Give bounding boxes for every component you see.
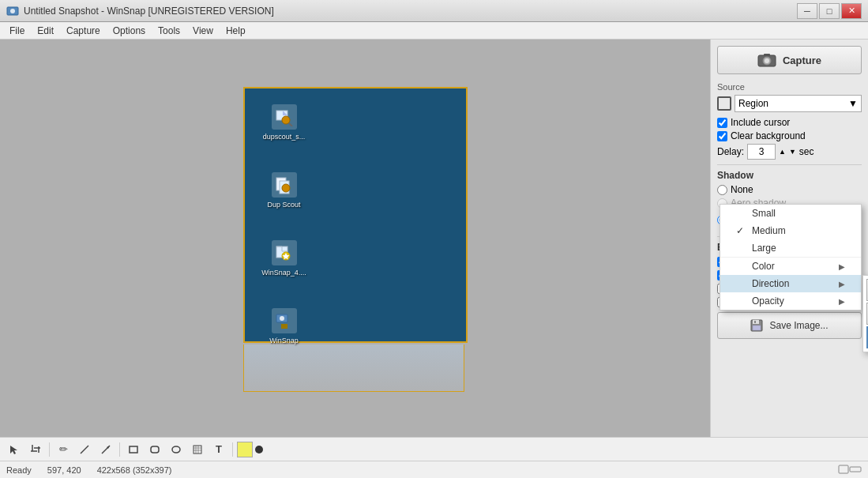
svg-rect-38 — [839, 465, 848, 473]
svg-rect-20 — [753, 326, 761, 330]
canvas-area: dupscout_s... Dup Scout — [0, 40, 710, 437]
menu-options[interactable]: Options — [107, 24, 152, 38]
reflection-preview — [243, 344, 464, 392]
svg-point-16 — [765, 58, 769, 63]
capture-button[interactable]: Capture — [717, 46, 862, 74]
icon-box-dupscout — [272, 104, 297, 130]
clear-background-label: Clear background — [731, 130, 806, 141]
icon-box-winsnap4 — [272, 240, 297, 265]
status-bar: Ready 597, 420 422x568 (352x397) — [0, 461, 868, 478]
include-cursor-checkbox[interactable] — [717, 118, 727, 128]
tool-rounded-rect[interactable] — [145, 441, 164, 458]
tool-rectangle[interactable] — [124, 441, 143, 458]
icon-box-dupscout2 — [272, 172, 297, 198]
toolbar-sep-3 — [232, 442, 233, 457]
svg-point-3 — [282, 116, 290, 124]
toolbar-sep-2 — [119, 442, 120, 457]
menu-item-medium[interactable]: ✓ Medium — [720, 222, 861, 239]
menu-small-label: Small — [752, 208, 776, 219]
delay-label: Delay: — [717, 146, 744, 157]
menu-direction-label: Direction — [752, 278, 789, 289]
icon-label-winsnap: WinSnap — [269, 337, 299, 344]
include-cursor-label: Include cursor — [731, 117, 790, 128]
title-bar: Untitled Snapshot - WinSnap [UNREGISTERE… — [0, 0, 868, 22]
close-button[interactable]: ✕ — [841, 3, 862, 19]
menu-opacity-label: Opacity — [752, 295, 784, 307]
spin-down[interactable]: ▼ — [789, 149, 796, 156]
window-controls: ─ □ ✕ — [797, 3, 862, 19]
menu-item-opacity[interactable]: Opacity ▶ — [720, 292, 861, 310]
tool-text[interactable]: T — [209, 441, 228, 458]
menu-tools[interactable]: Tools — [152, 24, 186, 38]
svg-rect-17 — [764, 54, 770, 56]
capture-label: Capture — [783, 55, 821, 66]
maximize-button[interactable]: □ — [819, 3, 840, 19]
icon-dupscout2: Dup Scout — [261, 172, 308, 209]
minimize-button[interactable]: ─ — [797, 3, 817, 19]
icon-winsnap: WinSnap — [261, 308, 308, 344]
shadow-none-radio[interactable] — [717, 185, 727, 195]
dot-button[interactable] — [255, 446, 263, 454]
menu-color-label: Color — [752, 261, 775, 272]
delay-input[interactable] — [747, 144, 776, 160]
menu-capture[interactable]: Capture — [60, 24, 107, 38]
tool-crop[interactable] — [26, 441, 45, 458]
dimensions-text: 422x568 (352x397) — [97, 465, 172, 475]
include-cursor-row: Include cursor — [717, 117, 862, 128]
icon-label-dupscout: dupscout_s... — [263, 133, 306, 141]
status-icons — [838, 464, 862, 476]
svg-rect-31 — [151, 446, 159, 453]
menu-medium-label: Medium — [752, 225, 786, 236]
source-select[interactable]: Region ▼ — [735, 95, 862, 112]
clear-background-checkbox[interactable] — [717, 131, 727, 141]
color-swatch[interactable] — [237, 442, 253, 457]
svg-point-12 — [280, 316, 284, 321]
source-label: Source — [717, 82, 862, 92]
arrow-direction: ▶ — [839, 280, 845, 288]
arrow-opacity: ▶ — [839, 297, 845, 306]
save-label: Save Image... — [769, 320, 828, 331]
tool-ellipse[interactable] — [167, 441, 186, 458]
icon-box-winsnap — [272, 308, 297, 333]
menu-help[interactable]: Help — [220, 24, 252, 38]
tool-pencil[interactable]: ✏ — [54, 441, 73, 458]
menu-item-direction[interactable]: Direction ▶ — [720, 275, 861, 292]
coords-text: 597, 420 — [47, 465, 81, 475]
spin-up[interactable]: ▲ — [779, 149, 786, 156]
menu-size-section: Small ✓ Medium Large — [720, 205, 861, 258]
right-panel-inner: Capture Source Region ▼ Include cursor C… — [717, 46, 862, 339]
direction-submenu — [862, 275, 868, 352]
right-panel: Capture Source Region ▼ Include cursor C… — [710, 40, 868, 437]
menu-bar: File Edit Capture Options Tools View Hel… — [0, 22, 868, 40]
menu-item-large[interactable]: Large — [720, 239, 861, 257]
check-medium: ✓ — [736, 225, 747, 236]
arrow-color: ▶ — [839, 262, 845, 271]
menu-edit[interactable]: Edit — [31, 24, 60, 38]
save-button[interactable]: Save Image... — [717, 312, 862, 339]
svg-rect-13 — [281, 324, 287, 329]
source-row: Region ▼ — [717, 95, 862, 112]
screenshot-preview: dupscout_s... Dup Scout — [245, 88, 466, 341]
app-icon — [6, 5, 19, 17]
menu-file[interactable]: File — [3, 24, 31, 38]
menu-item-small[interactable]: Small — [720, 205, 861, 222]
menu-view[interactable]: View — [186, 24, 220, 38]
menu-large-label: Large — [752, 243, 776, 254]
menu-item-color[interactable]: Color ▶ — [720, 258, 861, 275]
main-container: dupscout_s... Dup Scout — [0, 40, 868, 437]
icon-winsnap4: WinSnap_4.... — [261, 240, 308, 277]
svg-rect-30 — [130, 446, 137, 453]
toolbar: ✏ T — [0, 437, 868, 461]
svg-marker-22 — [10, 446, 17, 454]
delay-unit: sec — [799, 146, 814, 157]
dropdown-menu: Small ✓ Medium Large Color ▶ — [720, 204, 862, 311]
tool-arrow[interactable] — [96, 441, 115, 458]
svg-line-4 — [289, 123, 292, 126]
tool-hatch[interactable] — [188, 441, 207, 458]
tool-line[interactable] — [75, 441, 94, 458]
svg-line-27 — [81, 446, 88, 454]
svg-rect-39 — [850, 467, 861, 472]
svg-rect-21 — [754, 321, 756, 323]
window-title: Untitled Snapshot - WinSnap [UNREGISTERE… — [24, 6, 797, 17]
tool-pointer[interactable] — [5, 441, 24, 458]
